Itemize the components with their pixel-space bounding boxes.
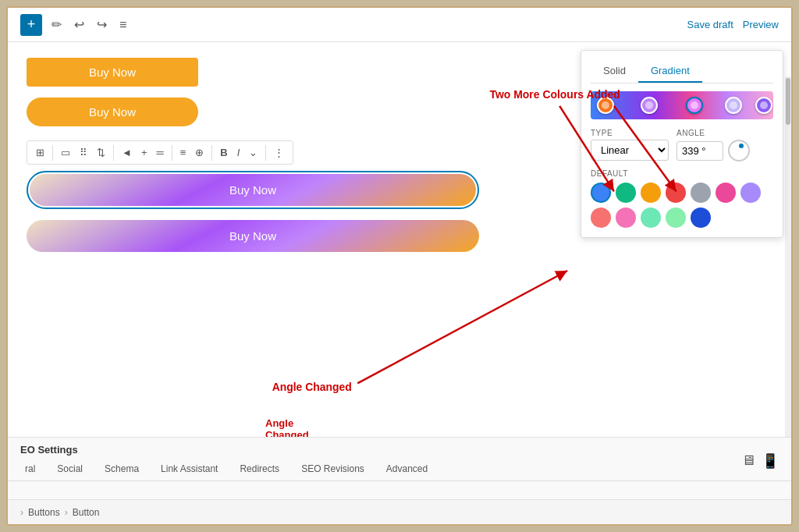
selected-button-wrapper: Buy Now — [27, 171, 479, 209]
seo-tab-advanced[interactable]: Advanced — [375, 459, 439, 481]
tablet-icon[interactable]: 📱 — [762, 452, 779, 470]
toolbar-right: Save draft Preview — [687, 19, 779, 30]
toolbar-separator-5 — [265, 145, 266, 161]
top-toolbar: + ✏ ↩ ↪ ≡ Save draft Preview — [8, 8, 791, 42]
arrows-btn[interactable]: ⇅ — [93, 144, 109, 161]
pencil-icon[interactable]: ✏ — [48, 14, 65, 35]
type-select[interactable]: Linear Radial — [591, 140, 669, 161]
gradient-bar[interactable] — [591, 91, 773, 119]
gradient-tab[interactable]: Gradient — [638, 60, 702, 83]
undo-icon[interactable]: ↩ — [71, 14, 87, 35]
toolbar-left: + ✏ ↩ ↪ ≡ — [20, 14, 130, 36]
swatch-light-green[interactable] — [666, 207, 686, 228]
block-toolbar: ⊞ ▭ ⠿ ⇅ ◄ + ═ ≡ ⊕ B I ⌄ ⋮ — [27, 140, 293, 165]
buy-now-gradient-selected[interactable]: Buy Now — [30, 174, 476, 206]
color-stop-inner-3 — [691, 101, 698, 109]
link-btn[interactable]: ⊕ — [191, 144, 208, 161]
seo-tab-social[interactable]: Social — [46, 459, 94, 481]
color-stop-inner-5 — [760, 101, 768, 109]
breadcrumb-chevron-1: › — [20, 507, 23, 518]
seo-tab-general[interactable]: ral — [14, 459, 46, 481]
color-stop-inner-1 — [602, 101, 609, 109]
justify-btn[interactable]: ≡ — [176, 144, 190, 161]
swatch-red[interactable] — [666, 183, 686, 203]
align-right-btn[interactable]: ═ — [152, 144, 167, 161]
preview-link[interactable]: Preview — [743, 19, 779, 30]
save-draft-link[interactable]: Save draft — [687, 19, 733, 30]
buy-now-button-1[interactable]: Buy Now — [27, 58, 198, 87]
breadcrumb-button[interactable]: Button — [73, 507, 100, 518]
scrollbar-thumb — [786, 78, 790, 125]
swatch-pink[interactable] — [716, 183, 736, 203]
color-panel-tabs: Solid Gradient — [591, 60, 773, 83]
list-view-icon[interactable]: ≡ — [116, 15, 130, 35]
toolbar-separator-3 — [172, 145, 172, 161]
seo-tab-seo-revisions[interactable]: SEO Revisions — [290, 459, 375, 481]
angle-circle[interactable] — [728, 140, 750, 161]
align-center-btn[interactable]: + — [137, 144, 151, 161]
swatch-dark-blue[interactable] — [691, 207, 711, 228]
color-stop-3[interactable] — [686, 97, 703, 114]
seo-tab-link-assistant[interactable]: Link Assistant — [150, 459, 229, 481]
color-stop-inner-4 — [730, 101, 737, 109]
breadcrumb-bar: › Buttons › Button — [8, 499, 791, 524]
seo-tab-schema[interactable]: Schema — [94, 459, 150, 481]
block-type-button[interactable]: ⊞ — [32, 144, 48, 161]
color-stop-inner-2 — [645, 101, 653, 109]
buy-now-button-2[interactable]: Buy Now — [27, 98, 198, 126]
angle-field-group: ANGLE — [676, 129, 750, 161]
seo-tab-redirects[interactable]: Redirects — [229, 459, 290, 481]
add-block-button[interactable]: + — [20, 14, 42, 36]
breadcrumb-chevron-2: › — [65, 507, 68, 518]
swatch-mint[interactable] — [641, 207, 661, 228]
swatch-green[interactable] — [616, 183, 636, 203]
dots-btn[interactable]: ⠿ — [76, 144, 91, 161]
angle-group — [676, 140, 750, 161]
default-colors-label: DEFAULT — [591, 169, 773, 178]
type-field-group: TYPE Linear Radial — [591, 129, 669, 161]
inline-btn[interactable]: ▭ — [57, 144, 74, 161]
seo-settings-title: EO Settings — [8, 438, 791, 459]
toolbar-separator-1 — [52, 145, 53, 161]
color-stop-2[interactable] — [641, 97, 658, 114]
buy-now-gradient-preview[interactable]: Buy Now — [27, 220, 479, 252]
toolbar-separator-2 — [113, 145, 114, 161]
bold-btn[interactable]: B — [216, 144, 231, 161]
overflow-btn[interactable]: ⋮ — [270, 144, 288, 161]
seo-settings-bar: EO Settings ral Social Schema Link Assis… — [8, 437, 791, 499]
color-stop-5[interactable] — [755, 97, 772, 114]
color-stop-4[interactable] — [725, 97, 742, 114]
swatch-gray[interactable] — [691, 183, 711, 203]
type-label: TYPE — [591, 129, 669, 137]
breadcrumb-buttons[interactable]: Buttons — [28, 507, 60, 518]
color-panel: Solid Gradient — [581, 50, 783, 238]
angle-dot — [739, 144, 744, 148]
colors-grid — [591, 183, 773, 228]
more-options-btn[interactable]: ⌄ — [245, 144, 261, 161]
angle-input[interactable] — [676, 141, 723, 161]
toolbar-separator-4 — [211, 145, 212, 161]
swatch-lavender[interactable] — [740, 183, 761, 203]
desktop-icon[interactable]: 🖥 — [741, 452, 755, 470]
italic-btn[interactable]: I — [233, 144, 244, 161]
solid-tab[interactable]: Solid — [591, 60, 638, 83]
main-area: Buy Now Buy Now ⊞ ▭ ⠿ ⇅ ◄ + ═ ≡ ⊕ B I ⌄ — [8, 42, 791, 499]
swatch-light-red[interactable] — [591, 207, 611, 228]
scrollbar[interactable] — [785, 76, 791, 474]
align-left-btn[interactable]: ◄ — [118, 144, 136, 161]
angle-label: ANGLE — [676, 129, 750, 137]
redo-icon[interactable]: ↪ — [94, 14, 110, 35]
device-icons: 🖥 📱 — [741, 452, 779, 470]
color-stop-1[interactable] — [597, 97, 614, 114]
type-angle-row: TYPE Linear Radial ANGLE — [591, 129, 773, 161]
swatch-blue[interactable] — [591, 183, 611, 203]
swatch-orange[interactable] — [641, 183, 661, 203]
gradient-bar-container — [591, 91, 773, 119]
seo-tabs: ral Social Schema Link Assistant Redirec… — [8, 459, 791, 481]
swatch-rose[interactable] — [616, 207, 636, 228]
